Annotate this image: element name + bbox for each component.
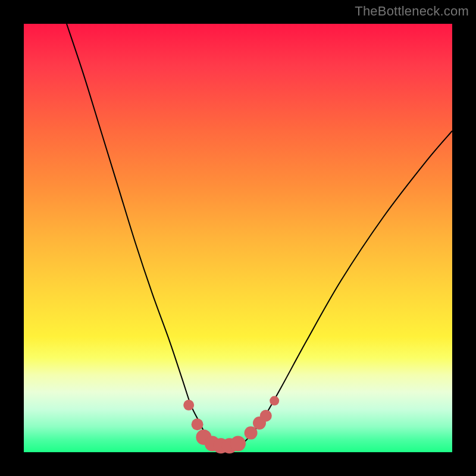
chart-frame: TheBottleneck.com <box>0 0 476 476</box>
threshold-markers <box>183 396 279 454</box>
plot-area <box>24 24 452 452</box>
curve-svg <box>24 24 452 452</box>
watermark-text: TheBottleneck.com <box>355 4 469 19</box>
marker-dot <box>245 427 258 440</box>
marker-dot <box>270 396 279 406</box>
bottleneck-curve <box>67 24 452 448</box>
marker-dot <box>230 436 246 452</box>
marker-dot <box>192 418 203 430</box>
marker-dot <box>183 400 194 411</box>
marker-dot <box>260 410 272 422</box>
